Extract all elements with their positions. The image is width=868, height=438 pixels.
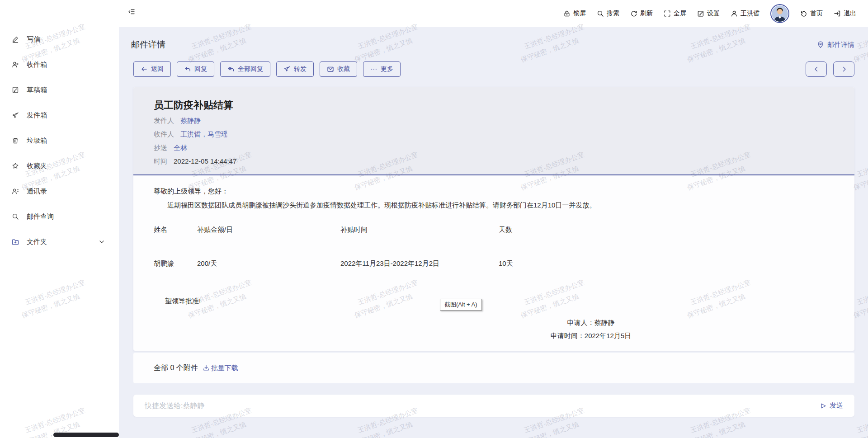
sidebar-item-favorites[interactable]: 收藏夹 <box>0 153 119 179</box>
back-button[interactable]: 返回 <box>133 61 171 77</box>
draft-icon <box>12 86 19 94</box>
mail-app: 锁屏搜索刷新全屏设置王洪哲 首页退出 有生集团 写信收件箱草稿箱发件箱垃圾箱收藏… <box>0 0 868 438</box>
home-icon <box>800 10 807 17</box>
topbar-fullscreen-button[interactable]: 全屏 <box>664 9 686 18</box>
topbar-refresh-button[interactable]: 刷新 <box>630 9 653 18</box>
table-cell: 200/天 <box>197 259 340 268</box>
chevron-right-icon <box>840 66 848 73</box>
topbar-actions: 锁屏搜索刷新全屏设置王洪哲 首页退出 <box>563 0 856 27</box>
table-header-cell: 天数 <box>499 226 834 234</box>
arrow-left-icon <box>141 66 148 73</box>
collect-button-label: 收藏 <box>337 65 350 73</box>
sidebar-item-label: 草稿箱 <box>27 86 47 94</box>
logout-icon <box>834 10 841 17</box>
sidebar-item-label: 收件箱 <box>27 61 47 69</box>
send-button[interactable]: 发送 <box>820 401 843 410</box>
send-triangle-icon <box>820 402 827 410</box>
trash-icon <box>12 137 19 144</box>
horizontal-scrollbar-thumb[interactable] <box>53 433 119 437</box>
topbar-search-button[interactable]: 搜索 <box>597 9 619 18</box>
folder-plus-icon <box>12 238 19 245</box>
sidebar-item-inbox[interactable]: 收件箱 <box>0 52 119 77</box>
applicant-block: 申请人：蔡静静 申请时间：2022年12月5日 <box>534 316 647 342</box>
mail-body: 尊敬的上级领导，您好： 近期福田区数据团队成员胡鹏濠被抽调沙头街道参加疫情数据处… <box>133 175 854 350</box>
sidebar-item-trash[interactable]: 垃圾箱 <box>0 128 119 153</box>
batch-download-button[interactable]: 批量下载 <box>203 364 238 372</box>
topbar-home-button[interactable]: 首页 <box>800 9 823 18</box>
table-row: 胡鹏濠200/天2022年11月23日-2022年12月2日10天 <box>154 259 834 268</box>
breadcrumb: 邮件详情 <box>817 41 854 49</box>
meta-value[interactable]: 蔡静静 <box>180 116 201 126</box>
mail-greeting: 尊敬的上级领导，您好： <box>154 187 834 196</box>
reply-button[interactable]: 回复 <box>177 61 214 77</box>
reply-icon <box>184 66 191 73</box>
topbar-current-user-label: 王洪哲 <box>741 9 760 18</box>
table-cell: 胡鹏濠 <box>154 259 197 268</box>
topbar-settings-button[interactable]: 设置 <box>697 9 720 18</box>
location-pin-icon <box>817 41 824 48</box>
table-cell: 2022年11月23日-2022年12月2日 <box>340 259 499 268</box>
edit-square-icon <box>697 10 704 17</box>
meta-label: 抄送 <box>154 143 167 153</box>
topbar-current-user-button[interactable]: 王洪哲 <box>731 9 760 18</box>
sidebar-item-contacts[interactable]: 通讯录 <box>0 179 119 204</box>
sidebar-item-label: 文件夹 <box>27 238 47 246</box>
topbar-settings-label: 设置 <box>707 9 720 18</box>
lock-icon <box>563 10 571 17</box>
fullscreen-icon <box>664 10 671 17</box>
sidebar-item-sent[interactable]: 发件箱 <box>0 103 119 128</box>
quick-send-input[interactable] <box>145 402 820 410</box>
send-plane-icon <box>12 112 19 119</box>
more-button-label: 更多 <box>381 65 393 73</box>
sidebar-item-drafts[interactable]: 草稿箱 <box>0 77 119 103</box>
collect-button[interactable]: 收藏 <box>320 61 357 77</box>
topbar-search-label: 搜索 <box>607 9 619 18</box>
subsidy-table: 姓名补贴金额/日补贴时间天数胡鹏濠200/天2022年11月23日-2022年1… <box>154 226 834 268</box>
meta-label: 发件人 <box>154 116 174 126</box>
next-mail-button[interactable] <box>833 61 854 77</box>
search-icon <box>12 213 19 220</box>
topbar-logout-button[interactable]: 退出 <box>834 9 856 18</box>
user-icon <box>731 10 738 17</box>
meta-label: 时间 <box>154 156 167 166</box>
meta-value[interactable]: 王洪哲，马雪瑶 <box>180 129 228 139</box>
more-icon <box>370 66 377 73</box>
sidebar-item-mail-search[interactable]: 邮件查询 <box>0 204 119 229</box>
sidebar-item-label: 收藏夹 <box>27 162 47 170</box>
meta-label: 收件人 <box>154 129 174 139</box>
sidebar-item-compose[interactable]: 写信 <box>0 27 119 52</box>
mail-meta: 员工防疫补贴结算 发件人蔡静静收件人王洪哲，马雪瑶抄送全林时间2022-12-0… <box>133 87 854 175</box>
forward-button[interactable]: 转发 <box>276 61 314 77</box>
collect-mail-icon <box>327 66 334 73</box>
contacts-icon <box>12 188 19 195</box>
inbox-person-icon <box>12 61 19 68</box>
page-title: 邮件详情 <box>131 39 165 51</box>
sidebar-item-label: 通讯录 <box>27 187 47 196</box>
mail-pager <box>806 61 854 77</box>
topbar-fullscreen-label: 全屏 <box>674 9 686 18</box>
screenshot-tooltip: 截图(Alt + A) <box>440 299 482 311</box>
prev-mail-button[interactable] <box>806 61 827 77</box>
sidebar-item-folders[interactable]: 文件夹 <box>0 229 119 254</box>
topbar: 锁屏搜索刷新全屏设置王洪哲 首页退出 <box>0 0 868 27</box>
forward-icon <box>283 66 291 73</box>
reply-all-button[interactable]: 全部回复 <box>220 61 270 77</box>
table-header-row: 姓名补贴金额/日补贴时间天数 <box>154 226 834 234</box>
topbar-home-label: 首页 <box>810 9 823 18</box>
topbar-logout-label: 退出 <box>844 9 856 18</box>
mail-toolbar: 返回回复全部回复转发收藏更多 <box>133 61 854 77</box>
apply-date-line: 申请时间：2022年12月5日 <box>534 329 647 342</box>
sidebar-collapse-icon[interactable] <box>128 8 135 15</box>
meta-value[interactable]: 全林 <box>174 143 187 153</box>
topbar-lock-screen-button[interactable]: 锁屏 <box>563 9 586 18</box>
mail-subject: 员工防疫补贴结算 <box>154 99 854 112</box>
avatar[interactable] <box>770 4 789 23</box>
applicant-line: 申请人：蔡静静 <box>534 316 647 329</box>
table-cell: 10天 <box>499 259 834 268</box>
reply-button-label: 回复 <box>194 65 207 73</box>
sidebar-item-label: 邮件查询 <box>27 212 54 221</box>
more-button[interactable]: 更多 <box>363 61 401 77</box>
batch-download-label: 批量下载 <box>211 364 238 372</box>
content-header: 邮件详情 邮件详情 <box>131 39 854 51</box>
reply-all-button-label: 全部回复 <box>238 65 263 73</box>
